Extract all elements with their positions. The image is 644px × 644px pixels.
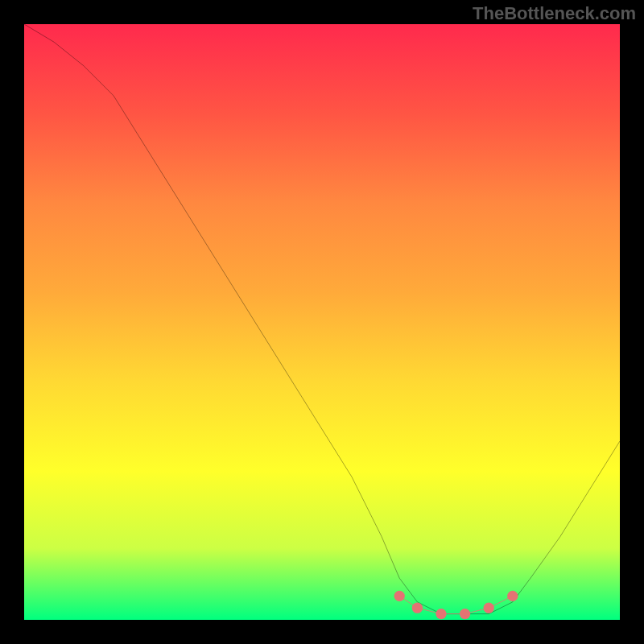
watermark-text: TheBottleneck.com bbox=[473, 3, 636, 24]
tolerance-markers bbox=[394, 591, 518, 620]
tolerance-marker-dot bbox=[507, 591, 518, 601]
chart-gradient-background bbox=[24, 24, 620, 620]
tolerance-marker-dot bbox=[436, 609, 446, 619]
tolerance-marker-dot bbox=[394, 591, 405, 601]
tolerance-marker-dot bbox=[412, 603, 423, 613]
tolerance-marker-dot bbox=[484, 603, 494, 613]
chart-svg bbox=[24, 24, 620, 620]
tolerance-marker-dot bbox=[460, 609, 470, 619]
bottleneck-curve-line bbox=[24, 24, 620, 614]
